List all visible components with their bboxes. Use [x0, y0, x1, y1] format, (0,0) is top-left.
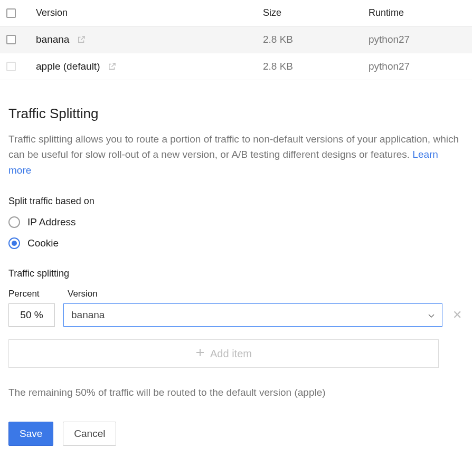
- external-link-icon[interactable]: [107, 62, 117, 71]
- table-row[interactable]: banana2.8 KBpython27: [0, 26, 472, 53]
- version-name: banana: [36, 34, 69, 45]
- table-row[interactable]: apple (default)2.8 KBpython27: [0, 53, 472, 80]
- radio-icon: [8, 237, 20, 249]
- version-select[interactable]: banana: [63, 303, 442, 327]
- select-all-header[interactable]: [0, 0, 30, 26]
- split-based-on-label: Split traffic based on: [8, 196, 464, 207]
- versions-body: banana2.8 KBpython27apple (default)2.8 K…: [0, 26, 472, 80]
- split-columns-header: Percent Version: [8, 289, 464, 299]
- external-link-icon[interactable]: [77, 35, 86, 44]
- remaining-traffic-note: The remaining 50% of traffic will be rou…: [8, 387, 464, 398]
- section-description: Traffic splitting allows you to route a …: [8, 131, 464, 178]
- split-row: banana ✕: [8, 303, 464, 327]
- versions-table: Version Size Runtime banana2.8 KBpython2…: [0, 0, 472, 80]
- select-all-checkbox[interactable]: [6, 8, 16, 18]
- description-text: Traffic splitting allows you to route a …: [8, 134, 459, 160]
- column-size: Size: [257, 0, 362, 26]
- save-button[interactable]: Save: [8, 422, 53, 446]
- radio-icon: [8, 216, 20, 228]
- column-runtime: Runtime: [362, 0, 472, 26]
- row-checkbox[interactable]: [6, 35, 16, 44]
- version-select-value: banana: [71, 309, 105, 321]
- chevron-down-icon: [428, 309, 435, 321]
- cancel-button[interactable]: Cancel: [63, 422, 116, 446]
- column-version: Version: [30, 0, 257, 26]
- percent-input[interactable]: [8, 303, 55, 327]
- remove-row-button[interactable]: ✕: [451, 308, 464, 322]
- row-checkbox[interactable]: [6, 62, 16, 71]
- version-size: 2.8 KB: [257, 53, 362, 80]
- radio-cookie[interactable]: Cookie: [8, 237, 464, 249]
- version-runtime: python27: [362, 53, 472, 80]
- version-runtime: python27: [362, 26, 472, 53]
- add-item-button[interactable]: Add item: [8, 339, 439, 368]
- split-mode-radio-group: IP Address Cookie: [8, 216, 464, 249]
- version-name: apple (default): [36, 61, 100, 72]
- radio-label: Cookie: [27, 237, 59, 249]
- column-version: Version: [68, 289, 98, 299]
- radio-ip-address[interactable]: IP Address: [8, 216, 464, 228]
- action-buttons: Save Cancel: [8, 422, 464, 446]
- close-icon: ✕: [452, 308, 462, 321]
- column-percent: Percent: [8, 289, 55, 299]
- plus-icon: [195, 348, 205, 360]
- add-item-label: Add item: [210, 348, 252, 360]
- section-title: Traffic Splitting: [8, 106, 464, 122]
- radio-label: IP Address: [27, 216, 76, 228]
- traffic-splitting-section: Traffic Splitting Traffic splitting allo…: [0, 80, 472, 454]
- version-size: 2.8 KB: [257, 26, 362, 53]
- traffic-splitting-label: Traffic splitting: [8, 268, 464, 279]
